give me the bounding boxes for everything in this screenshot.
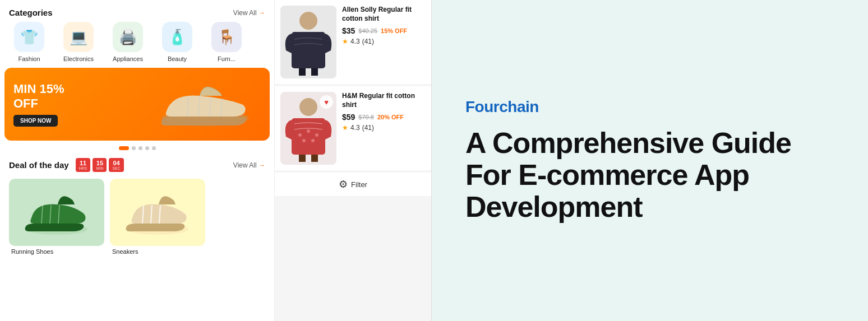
product-2-rating: ★ 4.3 (41) [342,124,426,132]
product-2-rating-value: 4.3 [350,124,360,132]
product-1-info: Allen Solly Regular fitcotton shirt $35 … [342,6,426,78]
wishlist-button[interactable]: ♥ [320,95,333,109]
product-2-reviews: (41) [362,124,374,132]
timer-seconds-label: SEC [112,166,120,170]
svg-rect-6 [311,68,318,76]
timer-minutes: 15 MIN [93,158,107,172]
categories-title: Categories [9,8,53,17]
timer-seconds-value: 04 [113,160,119,166]
view-all-link[interactable]: View All → [233,9,265,17]
category-furniture[interactable]: 🪑 Furn... [202,22,251,62]
product-2-orig-price: $70.8 [358,114,374,120]
deal-header: Deal of the day 11 HRS 15 MIN 04 SEC Vie… [0,153,274,175]
list-item: Allen Solly Regular fitcotton shirt $35 … [275,0,431,84]
svg-rect-5 [299,68,306,76]
categories-row: 👕 Fashion 💻 Electronics 🖨️ Appliances 🧴 … [0,22,274,68]
article-panel: Fourchain A Comprehensive Guide For E-co… [432,0,868,321]
countdown-timer: 11 HRS 15 MIN 04 SEC [76,158,124,172]
shoe-svg [155,76,256,132]
product-list-panel: Allen Solly Regular fitcotton shirt $35 … [275,0,432,321]
deal-left: Deal of the day 11 HRS 15 MIN 04 SEC [9,158,124,172]
beauty-label: Beauty [168,55,187,62]
products-row: Running Shoes Sneakers [0,175,274,258]
electronics-icon: 💻 [70,29,87,46]
product-1-image [280,6,336,78]
product-1-price-row: $35 $40.25 15% OFF [342,26,426,35]
banner-dots [0,146,274,150]
fashion-label: Fashion [18,55,40,62]
star-icon: ★ [342,38,348,45]
category-fashion[interactable]: 👕 Fashion [4,22,54,62]
shop-now-button[interactable]: SHOP NOW [13,115,58,127]
banner-headline: MIN 15%OFF [13,82,64,110]
category-appliances[interactable]: 🖨️ Appliances [103,22,153,62]
product-1-price: $35 [342,26,355,35]
list-item: ♥ H&M Regular fit cottonshirt [275,86,431,170]
electronics-icon-wrap: 💻 [63,22,94,52]
product-1-reviews: (41) [362,38,374,45]
product-card-shoes[interactable]: Running Shoes [9,179,104,255]
timer-minutes-label: MIN [96,166,103,170]
furniture-icon-wrap: 🪑 [211,22,242,52]
svg-point-7 [299,98,317,116]
svg-point-12 [307,129,310,133]
furniture-label: Furn... [218,55,236,62]
deal-title: Deal of the day [9,160,69,170]
sneakers-image [110,179,205,246]
appliances-icon-wrap: 🖨️ [113,22,143,52]
dot-1[interactable] [119,146,129,150]
timer-hours: 11 HRS [76,158,91,172]
running-shoes-name: Running Shoes [9,246,104,255]
svg-rect-9 [299,155,306,162]
banner-text: MIN 15%OFF SHOP NOW [13,82,64,127]
deal-view-all[interactable]: View All → [233,161,265,169]
dot-5[interactable] [152,146,156,150]
product-2-name: H&M Regular fit cottonshirt [342,92,426,109]
dot-3[interactable] [138,146,142,150]
svg-point-3 [299,12,317,30]
article-title: A Comprehensive Guide For E-commerce App… [465,127,834,224]
furniture-icon: 🪑 [218,29,236,46]
electronics-label: Electronics [63,55,94,62]
promo-banner: MIN 15%OFF SHOP NOW [4,68,270,141]
svg-point-11 [298,133,302,137]
categories-header: Categories View All → [0,0,274,22]
timer-minutes-value: 15 [96,160,103,166]
appliances-icon: 🖨️ [119,29,137,46]
filter-icon: ⚙ [339,178,348,190]
product-1-orig-price: $40.25 [358,27,377,34]
fashion-icon-wrap: 👕 [14,22,44,52]
product-1-rating: ★ 4.3 (41) [342,38,426,45]
beauty-icon-wrap: 🧴 [162,22,192,52]
product-2-info: H&M Regular fit cottonshirt $59 $70.8 20… [342,92,426,165]
product-1-name: Allen Solly Regular fitcotton shirt [342,6,426,23]
star-icon: ★ [342,124,348,132]
timer-hours-value: 11 [80,160,86,166]
product-2-price: $59 [342,113,355,122]
brand-part1: Four [465,98,499,115]
product-1-rating-value: 4.3 [350,38,360,45]
product-2-image: ♥ [280,92,336,165]
beauty-icon: 🧴 [168,29,186,46]
svg-point-15 [311,139,315,142]
product-1-discount: 15% OFF [381,27,407,34]
category-electronics[interactable]: 💻 Electronics [54,22,103,62]
product-2-discount: 20% OFF [377,114,404,120]
banner-shoe-image [152,73,258,135]
svg-point-13 [315,133,318,137]
timer-hours-label: HRS [79,166,87,170]
category-beauty[interactable]: 🧴 Beauty [153,22,202,62]
sneakers-name: Sneakers [110,246,205,255]
brand-logo: Fourchain [465,98,834,116]
product-card-sneakers[interactable]: Sneakers [110,179,205,255]
running-shoes-image [9,179,104,246]
svg-rect-10 [311,155,318,162]
fashion-icon: 👕 [20,29,38,46]
dot-2[interactable] [132,146,136,150]
svg-point-14 [302,139,306,142]
mobile-app-screenshot: Categories View All → 👕 Fashion 💻 Electr… [0,0,275,321]
dot-4[interactable] [145,146,149,150]
brand-part2: chain [499,98,539,115]
filter-bar[interactable]: ⚙ Filter [275,173,431,196]
appliances-label: Appliances [113,55,143,62]
